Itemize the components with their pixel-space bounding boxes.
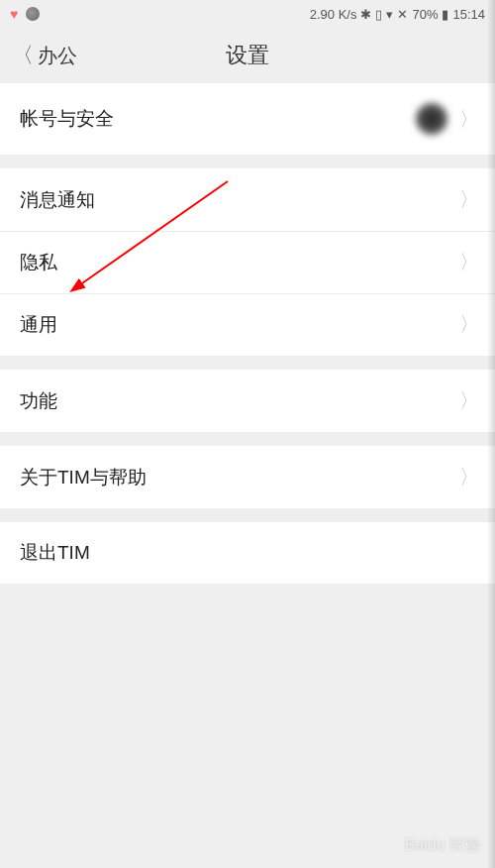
group-about: 关于TIM与帮助 〉: [0, 446, 495, 508]
chevron-right-icon: 〉: [459, 186, 479, 213]
chevron-right-icon: 〉: [459, 311, 479, 338]
battery-text: 70%: [412, 7, 438, 22]
item-account-security[interactable]: 帐号与安全 〉: [0, 83, 495, 155]
item-label: 通用: [20, 312, 57, 338]
nav-bar: 〈 办公 设置: [0, 28, 495, 83]
item-label: 帐号与安全: [20, 106, 114, 132]
item-about-help[interactable]: 关于TIM与帮助 〉: [0, 446, 495, 508]
back-label: 办公: [38, 43, 77, 69]
chevron-right-icon: 〉: [459, 464, 479, 490]
item-general[interactable]: 通用 〉: [0, 293, 495, 356]
heart-icon: ♥: [10, 6, 18, 22]
group-prefs: 消息通知 〉 隐私 〉 通用 〉: [0, 168, 495, 356]
status-left: ♥: [10, 6, 40, 22]
vibrate-icon: ▯: [375, 7, 382, 22]
page-title: 设置: [226, 41, 269, 70]
clock: 15:14: [452, 7, 485, 22]
group-account: 帐号与安全 〉: [0, 83, 495, 155]
item-label: 关于TIM与帮助: [20, 465, 147, 490]
watermark: Baidu 经验: [405, 835, 481, 856]
item-label: 隐私: [20, 250, 57, 275]
bluetooth-icon: ✱: [360, 7, 371, 22]
circle-icon: [26, 7, 40, 21]
avatar: [414, 101, 449, 137]
back-button[interactable]: 〈 办公: [12, 41, 77, 70]
app-screen: ♥ 2.90 K/s ✱ ▯ ▾ ✕ 70% ▮ 15:14 〈 办公 设置 帐…: [0, 0, 495, 868]
item-label: 消息通知: [20, 187, 95, 213]
item-privacy[interactable]: 隐私 〉: [0, 231, 495, 293]
chevron-right-icon: 〉: [459, 106, 479, 133]
signal-icon: ✕: [397, 7, 408, 22]
item-label: 退出TIM: [20, 540, 90, 566]
net-speed: 2.90 K/s: [310, 7, 357, 22]
wifi-icon: ▾: [386, 7, 393, 22]
chevron-right-icon: 〉: [459, 387, 479, 414]
group-functions: 功能 〉: [0, 370, 495, 432]
status-bar: ♥ 2.90 K/s ✱ ▯ ▾ ✕ 70% ▮ 15:14: [0, 0, 495, 28]
chevron-right-icon: 〉: [459, 249, 479, 275]
item-logout[interactable]: 退出TIM: [0, 522, 495, 584]
side-shadow: [487, 0, 495, 868]
item-functions[interactable]: 功能 〉: [0, 370, 495, 432]
battery-icon: ▮: [442, 7, 448, 22]
group-logout: 退出TIM: [0, 522, 495, 584]
chevron-left-icon: 〈: [12, 41, 34, 70]
item-notifications[interactable]: 消息通知 〉: [0, 168, 495, 231]
status-right: 2.90 K/s ✱ ▯ ▾ ✕ 70% ▮ 15:14: [310, 7, 485, 22]
item-label: 功能: [20, 388, 57, 414]
